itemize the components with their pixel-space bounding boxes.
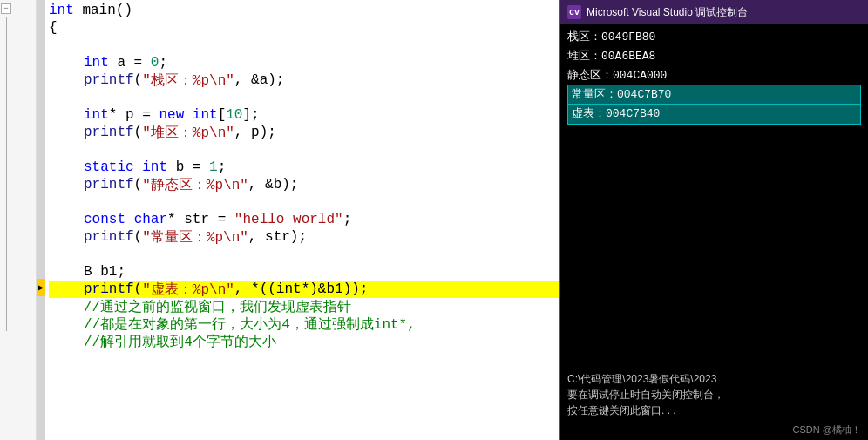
console-output-line: 栈区：0049FB80	[567, 28, 861, 47]
code-line: printf("虚表：%p\n", *((int*)&b1));	[49, 281, 559, 298]
code-content: int main(){int a = 0;printf("栈区：%p\n", &…	[45, 0, 559, 440]
code-line	[49, 141, 559, 159]
console-titlebar: cv Microsoft Visual Studio 调试控制台	[560, 0, 868, 24]
code-line: //都是在对象的第一行，大小为4，通过强制成int*,	[49, 315, 559, 333]
code-line: printf("静态区：%p\n", &b);	[49, 176, 559, 193]
code-line: //解引用就取到4个字节的大小	[49, 333, 559, 350]
console-output-line: 常量区：004C7B70	[567, 85, 861, 105]
code-line	[49, 37, 559, 54]
debug-console: cv Microsoft Visual Studio 调试控制台 栈区：0049…	[559, 0, 868, 440]
console-output-line: 虚表：004C7B40	[567, 105, 861, 124]
line-numbers	[12, 0, 37, 440]
code-line: printf("栈区：%p\n", &a);	[49, 71, 559, 89]
console-footer: C:\代码管理\2023暑假代码\2023要在调试停止时自动关闭控制台，按任意键…	[560, 368, 868, 422]
code-line: B b1;	[49, 263, 559, 281]
code-line: int a = 0;	[49, 54, 559, 71]
code-line: {	[49, 19, 559, 37]
code-line: printf("堆区：%p\n", p);	[49, 124, 559, 141]
console-watermark: CSDN @橘柚！	[560, 422, 868, 440]
code-line: int* p = new int[10];	[49, 106, 559, 124]
code-line: static int b = 1;	[49, 159, 559, 176]
editor-gutter: −	[0, 0, 12, 440]
console-output-line: 静态区：004CA000	[567, 66, 861, 85]
code-line	[49, 246, 559, 263]
code-editor: − ▶ int main(){int a = 0;printf("栈区：%p\n…	[0, 0, 559, 440]
console-footer-line: 按任意键关闭此窗口. . .	[567, 403, 861, 418]
vs-icon: cv	[567, 5, 581, 19]
code-line: const char* str = "hello world";	[49, 211, 559, 228]
console-footer-line: C:\代码管理\2023暑假代码\2023	[567, 371, 861, 387]
code-line: int main()	[49, 2, 559, 19]
console-output: 栈区：0049FB80堆区：00A6BEA8静态区：004CA000常量区：00…	[560, 24, 868, 368]
console-output-line: 堆区：00A6BEA8	[567, 47, 861, 66]
console-title: Microsoft Visual Studio 调试控制台	[587, 5, 748, 20]
code-line	[49, 89, 559, 106]
code-line	[49, 193, 559, 211]
console-footer-line: 要在调试停止时自动关闭控制台，	[567, 387, 861, 403]
code-line: printf("常量区：%p\n", str);	[49, 228, 559, 246]
breakpoint-indicator: ▶	[37, 0, 45, 440]
code-line: //通过之前的监视窗口，我们发现虚表指针	[49, 298, 559, 315]
